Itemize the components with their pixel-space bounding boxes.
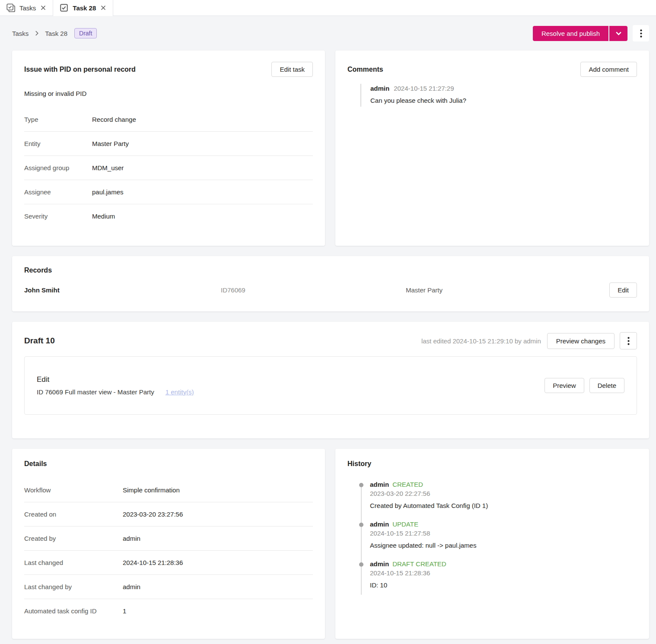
add-comment-button[interactable]: Add comment [580, 62, 637, 77]
draft-preview-button[interactable]: Preview [545, 378, 584, 393]
records-title: Records [24, 266, 637, 274]
event-action: CREATED [392, 481, 423, 488]
tab-tasks[interactable]: Tasks [0, 0, 53, 16]
field-value: 2024-10-15 21:28:36 [123, 559, 183, 566]
field-label: Severity [24, 213, 92, 220]
field-value: Record change [92, 116, 136, 123]
field-label: Workflow [24, 486, 123, 494]
draft-item: Edit ID 76069 Full master view - Master … [24, 356, 637, 415]
event-text: Assignee updated: null -> paul.james [370, 542, 637, 549]
field-value: admin [123, 583, 140, 590]
breadcrumb-task-28: Task 28 [45, 30, 67, 37]
close-icon[interactable] [40, 4, 47, 11]
header-kebab-menu-button[interactable] [633, 25, 649, 41]
field-row-workflow: Workflow Simple confirmation [24, 478, 313, 502]
event-action: DRAFT CREATED [392, 560, 446, 568]
tab-task-28[interactable]: Task 28 [53, 0, 113, 16]
draft-kebab-menu-button[interactable] [620, 332, 637, 349]
draft-title: Draft 10 [24, 336, 55, 346]
field-value: admin [123, 535, 140, 542]
event-action: UPDATE [392, 520, 418, 528]
timeline-dot [359, 523, 363, 527]
history-title: History [347, 460, 637, 468]
draft-item-info: Edit ID 76069 Full master view - Master … [37, 375, 194, 396]
field-value: Master Party [92, 140, 129, 147]
field-row-created-on: Created on 2023-03-20 23:27:56 [24, 502, 313, 527]
edit-task-button[interactable]: Edit task [271, 62, 313, 77]
comment-author: admin [370, 85, 389, 92]
field-value: 2023-03-20 23:27:56 [123, 511, 183, 518]
task-title: Issue with PID on personal record [24, 62, 136, 73]
field-value: 1 [123, 607, 126, 615]
resolve-and-publish-button[interactable]: Resolve and publish [533, 26, 608, 41]
field-row-automated-task-config-id: Automated task config ID 1 [24, 599, 313, 623]
records-card: Records John Smiht ID76069 Master Party … [12, 256, 649, 311]
event-author: admin [370, 560, 389, 568]
comment: admin 2024-10-15 21:27:29 Can you please… [360, 84, 637, 107]
resolve-split-button: Resolve and publish [533, 26, 627, 41]
record-entity: Master Party [406, 286, 609, 294]
field-row-severity: Severity Medium [24, 204, 313, 228]
tab-label: Task 28 [73, 4, 96, 12]
event-author: admin [370, 481, 389, 488]
field-row-type: Type Record change [24, 108, 313, 132]
record-edit-button[interactable]: Edit [609, 282, 637, 298]
field-label: Type [24, 116, 92, 123]
details-title: Details [24, 460, 313, 468]
status-badge: Draft [74, 28, 97, 38]
field-label: Created by [24, 535, 123, 542]
comment-timestamp: 2024-10-15 21:27:29 [394, 85, 454, 92]
record-id: ID76069 [221, 286, 406, 294]
history-event-draft-created: admin DRAFT CREATED 2024-10-15 21:28:36 … [359, 560, 637, 589]
record-name: John Smiht [24, 286, 221, 294]
entities-link[interactable]: 1 entity(s) [166, 388, 194, 396]
preview-changes-button[interactable]: Preview changes [547, 333, 615, 349]
field-row-entity: Entity Master Party [24, 132, 313, 156]
breadcrumb-tasks[interactable]: Tasks [12, 30, 29, 37]
history-timeline: admin CREATED 2023-03-20 22:27:56 Create… [359, 481, 637, 595]
comments-card: Comments Add comment admin 2024-10-15 21… [335, 51, 649, 246]
kebab-icon [640, 29, 642, 38]
task-card: Issue with PID on personal record Edit t… [12, 51, 325, 246]
field-row-assignee: Assignee paul.james [24, 180, 313, 204]
draft-card: Draft 10 last edited 2024-10-15 21:29:10… [12, 322, 649, 438]
draft-item-action: Edit [37, 375, 194, 384]
field-row-last-changed-by: Last changed by admin [24, 575, 313, 599]
task-fields: Type Record change Entity Master Party A… [24, 108, 313, 228]
task-description: Missing or invalid PID [24, 90, 313, 97]
field-label: Last changed by [24, 583, 123, 590]
tab-label: Tasks [19, 4, 36, 12]
field-row-last-changed: Last changed 2024-10-15 21:28:36 [24, 551, 313, 575]
comments-title: Comments [347, 62, 383, 73]
field-value: paul.james [92, 188, 124, 196]
field-label: Assigned group [24, 164, 92, 171]
event-text: Created by Automated Task Config (ID 1) [370, 502, 637, 509]
task-checkbox-icon [59, 3, 69, 13]
field-label: Entity [24, 140, 92, 147]
resolve-dropdown-button[interactable] [608, 26, 627, 41]
header-actions: Resolve and publish [533, 25, 649, 41]
event-author: admin [370, 520, 389, 528]
field-value: Medium [92, 213, 115, 220]
tasks-stacked-checkbox-icon [6, 3, 16, 13]
details-card: Details Workflow Simple confirmation Cre… [12, 449, 325, 639]
field-label: Assignee [24, 188, 92, 196]
tab-bar: Tasks Task 28 [0, 0, 656, 16]
field-label: Created on [24, 511, 123, 518]
breadcrumb: Tasks Task 28 Draft [12, 28, 97, 38]
event-timestamp: 2024-10-15 21:27:58 [370, 530, 637, 537]
timeline-dot [359, 483, 363, 487]
draft-delete-button[interactable]: Delete [589, 378, 624, 393]
history-card: History admin CREATED 2023-03-20 22:27:5… [335, 449, 649, 639]
close-icon[interactable] [100, 4, 107, 11]
comment-text: Can you please check with Julia? [370, 97, 637, 104]
field-label: Automated task config ID [24, 607, 123, 615]
page: Tasks Task 28 [0, 0, 656, 644]
event-timestamp: 2024-10-15 21:28:36 [370, 569, 637, 577]
field-value: MDM_user [92, 164, 124, 171]
event-text: ID: 10 [370, 581, 637, 589]
page-header: Tasks Task 28 Draft Resolve and publish [12, 16, 649, 51]
chevron-right-icon [34, 30, 40, 36]
details-fields: Workflow Simple confirmation Created on … [24, 478, 313, 623]
draft-item-description: ID 76069 Full master view - Master Party [37, 388, 154, 396]
